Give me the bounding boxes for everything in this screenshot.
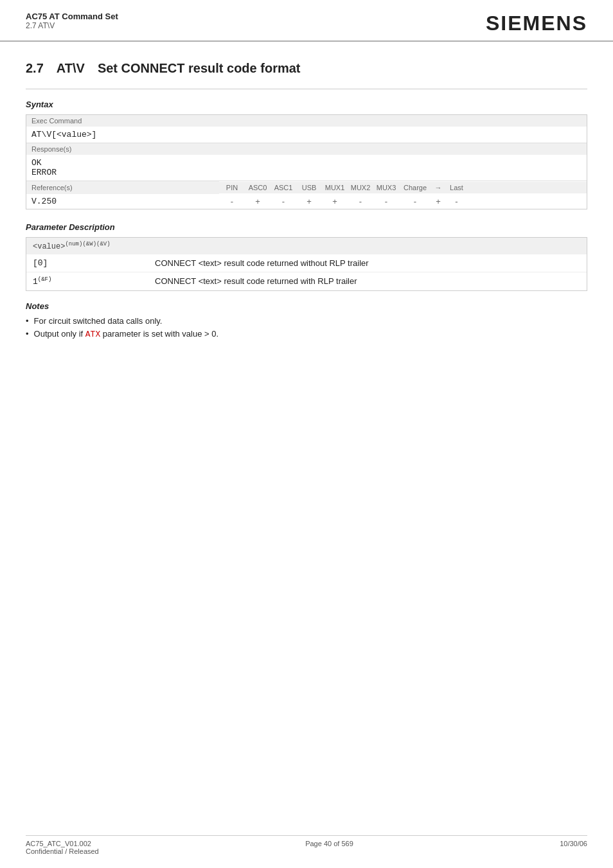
section-heading: 2.7 AT\V Set CONNECT result code format	[26, 61, 587, 76]
col-asc1: ASC1	[271, 182, 296, 193]
reference-header-row: Reference(s) PIN ASC0 ASC1 USB MUX1 MUX2…	[26, 181, 587, 194]
page-header: AC75 AT Command Set 2.7 AT\V SIEMENS	[0, 0, 613, 42]
val-asc1: -	[271, 194, 296, 209]
val-mux2: -	[348, 194, 373, 209]
col-arrow: →	[431, 182, 445, 193]
param-value-1: 1(&F) CONNECT <text> result code returne…	[26, 272, 587, 290]
val-last: -	[445, 194, 468, 209]
col-pin: PIN	[219, 182, 245, 193]
note-bullet-0: •	[26, 316, 29, 326]
exec-command-label: Exec Command	[26, 115, 587, 127]
section-title: Set CONNECT result code format	[98, 61, 301, 76]
header-title: AC75 AT Command Set	[26, 12, 118, 21]
val-usb: +	[296, 194, 322, 209]
param-label-0: [0]	[33, 258, 148, 268]
val-mux3: -	[373, 194, 399, 209]
siemens-logo: SIEMENS	[486, 12, 587, 35]
footer-left: AC75_ATC_V01.002 Confidential / Released	[26, 840, 99, 855]
col-usb: USB	[296, 182, 322, 193]
col-mux1: MUX1	[322, 182, 348, 193]
col-charge: Charge	[399, 182, 431, 193]
param-value-0: [0] CONNECT <text> result code returned …	[26, 254, 587, 272]
col-mux3: MUX3	[373, 182, 399, 193]
section-command: AT\V	[57, 61, 85, 76]
note-text-0: For circuit switched data calls only.	[34, 316, 163, 326]
syntax-box: Exec Command AT\V[<value>] Response(s) O…	[26, 114, 587, 209]
reference-columns: PIN ASC0 ASC1 USB MUX1 MUX2 MUX3 Charge …	[219, 182, 587, 193]
param-name: <value>	[33, 242, 65, 251]
reference-label: Reference(s)	[26, 181, 219, 194]
section-rule	[26, 89, 587, 89]
note-bullet-1: •	[26, 329, 29, 339]
note-item-1: • Output only if ATX parameter is set wi…	[26, 329, 587, 339]
val-charge: -	[399, 194, 431, 209]
reference-value: V.250	[26, 194, 219, 209]
param-description-heading: Parameter Description	[26, 222, 587, 232]
param-desc-1: CONNECT <text> result code returned with…	[155, 276, 357, 286]
note-item-0: • For circuit switched data calls only.	[26, 316, 587, 326]
header-left: AC75 AT Command Set 2.7 AT\V	[26, 12, 118, 30]
header-subtitle: 2.7 AT\V	[26, 21, 118, 30]
footer-page: Page 40 of 569	[305, 840, 353, 855]
col-asc0: ASC0	[245, 182, 271, 193]
footer-doc-id: AC75_ATC_V01.002	[26, 840, 99, 847]
val-arrow: +	[431, 194, 445, 209]
reference-value-row: V.250 - + - + + - - - + -	[26, 194, 587, 209]
response-ok: OK ERROR	[26, 155, 587, 181]
col-mux2: MUX2	[348, 182, 373, 193]
exec-command-value: AT\V[<value>]	[26, 127, 587, 143]
param-box: <value>(num)(&W)(&V) [0] CONNECT <text> …	[26, 237, 587, 291]
param-superscript: (num)(&W)(&V)	[65, 241, 110, 247]
notes-heading: Notes	[26, 301, 587, 311]
footer-date: 10/30/06	[560, 840, 587, 855]
param-label-1: 1(&F)	[33, 276, 148, 287]
main-content: 2.7 AT\V Set CONNECT result code format …	[0, 42, 613, 368]
val-mux1: +	[322, 194, 348, 209]
atx-link[interactable]: ATX	[85, 330, 100, 339]
reference-values: - + - + + - - - + -	[219, 194, 587, 209]
section-number: 2.7	[26, 61, 44, 76]
col-last: Last	[445, 182, 468, 193]
syntax-heading: Syntax	[26, 100, 587, 109]
page-footer: AC75_ATC_V01.002 Confidential / Released…	[26, 835, 587, 855]
response-label: Response(s)	[26, 143, 587, 155]
val-asc0: +	[245, 194, 271, 209]
note-text-1: Output only if ATX parameter is set with…	[34, 329, 219, 339]
param-desc-0: CONNECT <text> result code returned with…	[155, 258, 369, 268]
val-pin: -	[219, 194, 245, 209]
footer-confidential: Confidential / Released	[26, 847, 99, 855]
param-header: <value>(num)(&W)(&V)	[26, 238, 587, 254]
